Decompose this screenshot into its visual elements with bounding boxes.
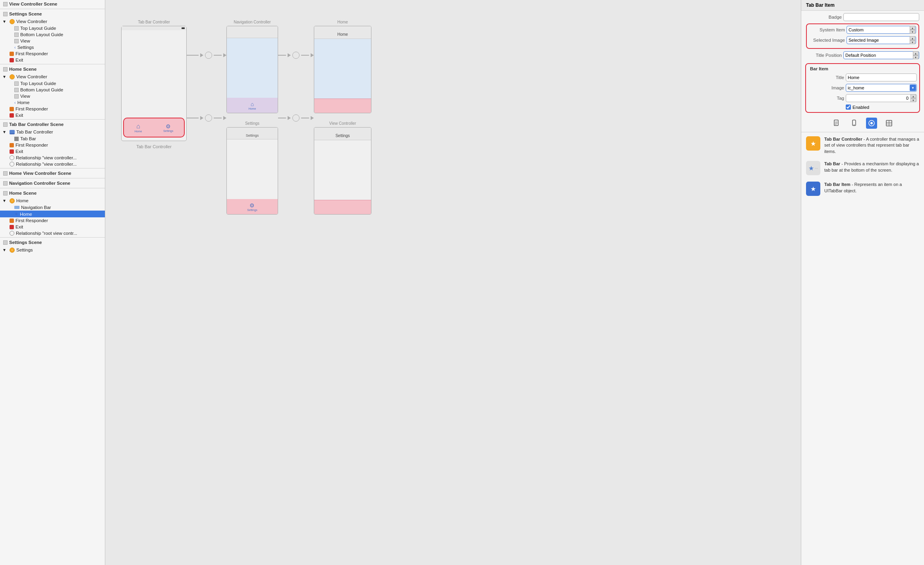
tag-input[interactable] <box>846 94 917 102</box>
desc-title-tbc: Tab Bar Controller <box>824 137 862 141</box>
selected-image-select[interactable]: Selected Image <box>847 36 916 44</box>
image-label: Image <box>808 85 844 90</box>
home-tab-label: Home <box>135 130 142 133</box>
vc-settings-node: View Controller Settings <box>314 121 371 215</box>
tree-item-tab-bar-controller[interactable]: ▾ Tab Bar Controller <box>0 128 105 135</box>
tree-item-top-layout-settings[interactable]: Top Layout Guide <box>0 25 105 31</box>
arrow-line <box>187 55 199 56</box>
desc-item-tbc: ★ Tab Bar Controller - A controller that… <box>806 136 919 155</box>
scene-header-view-controller: View Controller Scene <box>0 0 105 8</box>
tb-dots: ··· <box>815 166 818 170</box>
desc-item-tbi: ★ Tab Bar Item - Represents an item on a… <box>806 182 919 196</box>
system-item-select-wrapper: Custom ▲ ▼ <box>847 26 916 34</box>
image-select[interactable]: ic_home <box>846 84 917 92</box>
system-item-label: System Item <box>809 27 845 32</box>
tree-item-exit-home[interactable]: Exit <box>0 112 105 118</box>
tbc-tab-settings[interactable]: ⚙ Settings <box>163 123 173 132</box>
tp-stepper-up[interactable]: ▲ <box>913 51 918 55</box>
title-position-row: Title Position Default Position ▲ ▼ <box>806 51 919 59</box>
scene-header-home: Home Scene <box>0 65 105 73</box>
title-position-select[interactable]: Default Position <box>843 51 919 59</box>
nav-home-label: Home <box>249 107 256 110</box>
badge-input[interactable] <box>843 13 919 21</box>
system-item-select[interactable]: Custom <box>847 26 916 34</box>
tree-item-exit-home-2[interactable]: Exit <box>0 224 105 230</box>
exit-icon <box>10 58 14 62</box>
layout-icon-home <box>14 81 19 86</box>
title-input[interactable] <box>846 74 917 81</box>
tree-item-settings-2[interactable]: ▾ ‹ Settings <box>0 246 105 253</box>
tree-item-exit-settings[interactable]: Exit <box>0 57 105 63</box>
tag-label: Tag <box>808 96 844 101</box>
bar-item-header: Bar Item <box>808 66 917 71</box>
tbc-tab-home[interactable]: ⌂ Home <box>135 123 142 133</box>
tag-stepper-down[interactable]: ▼ <box>910 98 916 102</box>
tag-stepper-up[interactable]: ▲ <box>910 94 916 98</box>
settings-tab-icon: ⚙ <box>166 123 171 130</box>
circle-connector-2 <box>205 114 212 122</box>
scene-header-settings-2: Settings Scene <box>0 238 105 246</box>
exit-icon-home <box>10 113 14 118</box>
tree-item-view-home[interactable]: View <box>0 93 105 99</box>
vc-icon <box>10 19 15 24</box>
tree-item-home-star[interactable]: ★ Home <box>0 211 105 217</box>
tree-item-top-layout-home[interactable]: Top Layout Guide <box>0 80 105 87</box>
chevron-icon: ‹ <box>14 45 16 50</box>
tree-item-first-responder-home[interactable]: First Responder <box>0 106 105 112</box>
tree-item-first-responder-tabbar[interactable]: First Responder <box>0 142 105 148</box>
tree-item-first-responder-settings[interactable]: First Responder <box>0 50 105 57</box>
tree-item-tab-bar[interactable]: Tab Bar <box>0 135 105 142</box>
vc-nav-bar: Settings <box>314 132 371 140</box>
tree-item-settings-nav[interactable]: ‹ Settings <box>0 44 105 50</box>
scene-icon-home <box>3 67 8 72</box>
tree-item-home-nav[interactable]: ‹ Home <box>0 99 105 106</box>
first-responder-icon-tabbar <box>10 143 14 147</box>
arrow-2-bottom <box>278 114 314 122</box>
table-icon-btn[interactable] <box>883 118 895 129</box>
tree-item-vc-settings[interactable]: ▾ View Controller <box>0 18 105 25</box>
tp-stepper-down[interactable]: ▼ <box>913 55 918 59</box>
sel-stepper-up[interactable]: ▲ <box>910 36 915 40</box>
first-responder-icon <box>10 52 14 56</box>
nav-ctrl-column: Navigation Controller ⌂ Home Settings <box>226 20 278 215</box>
stepper-up[interactable]: ▲ <box>910 26 915 30</box>
bar-item-section: Bar Item Title Image ic_home ▼ Tag <box>805 63 920 113</box>
tree-item-vc-home[interactable]: ▾ View Controller <box>0 73 105 80</box>
desc-icon-tbi: ★ <box>806 182 820 196</box>
tree-item-first-responder-home-2[interactable]: First Responder <box>0 217 105 224</box>
tree-item-home-2[interactable]: ▾ ‹ Home <box>0 197 105 204</box>
tree-item-relationship-2[interactable]: Relationship "view controller... <box>0 161 105 167</box>
tree-item-exit-tabbar[interactable]: Exit <box>0 148 105 155</box>
tree-item-bottom-layout-settings[interactable]: Bottom Layout Guide <box>0 31 105 38</box>
arrow-1-top <box>187 52 226 59</box>
arrow-line-2 <box>214 55 222 56</box>
arrow-2-head-3 <box>288 116 291 120</box>
enabled-checkbox[interactable] <box>846 104 851 110</box>
home-nav-bar: Home <box>314 30 371 39</box>
svg-point-5 <box>854 124 854 125</box>
sel-stepper-down[interactable]: ▼ <box>910 40 915 44</box>
image-select-arrow: ▼ <box>910 85 916 91</box>
layout-icon-home-2 <box>14 88 19 92</box>
nav-ctrl-bottom-frame: Settings ⚙ Settings <box>226 127 278 215</box>
arrow-line-3 <box>187 118 199 118</box>
circle-icon-btn[interactable] <box>866 118 877 129</box>
description-section: ★ Tab Bar Controller - A controller that… <box>801 132 924 565</box>
nav-bar-icon <box>14 206 19 209</box>
title-pos-stepper: ▲ ▼ <box>913 51 918 59</box>
phone-icon-btn[interactable] <box>849 118 860 129</box>
file-icon-btn[interactable] <box>831 118 842 129</box>
vc-bottom-bar <box>314 200 371 215</box>
desc-title-tb: Tab Bar <box>824 161 840 166</box>
tree-item-relationship-root[interactable]: Relationship "root view contr... <box>0 230 105 236</box>
settings-2-icon: ‹ <box>10 248 15 253</box>
tree-item-view-settings[interactable]: View <box>0 38 105 44</box>
tree-item-nav-bar[interactable]: Navigation Bar <box>0 204 105 211</box>
tree-item-relationship-1[interactable]: Relationship "view controller... <box>0 155 105 161</box>
tree-item-bottom-layout-home[interactable]: Bottom Layout Guide <box>0 87 105 93</box>
scene-header-home-2: Home Scene <box>0 189 105 197</box>
layout-icon <box>14 26 19 31</box>
stepper-down[interactable]: ▼ <box>910 30 915 34</box>
inspector-icons-row <box>801 114 924 132</box>
settings-tab-item: ⚙ Settings <box>247 202 257 211</box>
